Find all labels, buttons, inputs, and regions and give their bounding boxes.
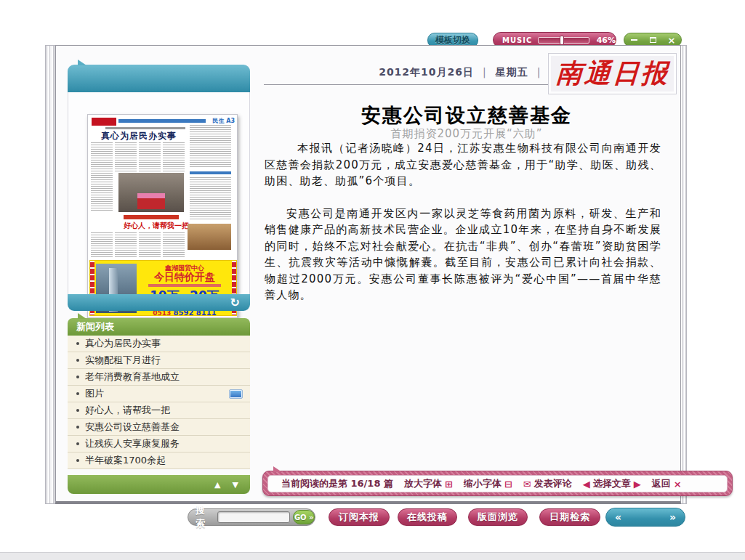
np-text-column — [139, 142, 161, 171]
up-arrow-icon: ▲ — [214, 480, 220, 490]
separator: | — [474, 66, 496, 78]
page-content: 民生 A3 真心为居民办实事 好心人，请帮我一把 — [55, 45, 681, 504]
np-lead-line — [105, 127, 185, 129]
music-slider-thumb[interactable] — [560, 36, 564, 45]
ad-headline: 今日特价开盘 — [138, 271, 231, 284]
image-icon — [229, 389, 243, 399]
list-item[interactable]: 好心人，请帮我一把 — [68, 402, 250, 419]
article-subtitle: 首期捐资200万元开展“六助” — [230, 127, 703, 141]
down-arrow-icon: ▼ — [233, 480, 238, 490]
comment-label: 发表评论 — [534, 477, 572, 490]
book-edge-left — [45, 45, 55, 504]
news-list-panel: 新闻列表 真心为居民办实事 实物配租下月进行 老年消费教育基地成立 图片 — [68, 318, 250, 494]
zoom-in-text-button[interactable]: 放大字体 ⊞ — [404, 477, 453, 490]
next-article-button[interactable]: ▶ — [634, 479, 641, 490]
back-button[interactable]: 返回 × — [652, 477, 682, 490]
music-percent: 46% — [597, 36, 616, 45]
comment-button[interactable]: ✉ 发表评论 — [523, 477, 572, 490]
bullet-icon — [76, 392, 79, 395]
nav-next-button[interactable]: » — [669, 512, 676, 522]
online-submit-button[interactable]: 在线投稿 — [398, 508, 457, 526]
back-close-icon: × — [674, 479, 682, 490]
scroll-up-button[interactable]: ▲ — [214, 481, 220, 489]
bullet-icon — [76, 459, 79, 462]
newspaper-thumbnail[interactable]: 民生 A3 真心为居民办实事 好心人，请帮我一把 — [87, 114, 238, 318]
refresh-button[interactable]: ↻ — [230, 295, 240, 310]
list-item[interactable]: 让残疾人安享康复服务 — [68, 436, 250, 453]
list-item[interactable]: 图片 — [68, 386, 250, 402]
minimize-icon — [631, 39, 637, 41]
music-label: MUSIC — [502, 36, 532, 44]
bottom-strip — [0, 552, 745, 560]
weekday-text: 星期五 — [496, 66, 528, 78]
mail-icon: ✉ — [523, 479, 531, 490]
np-column-heading — [190, 171, 231, 174]
masthead-logo-box: 南通日报 — [548, 53, 677, 94]
search-bar: 搜索 GO » — [188, 508, 315, 526]
list-item-label: 安惠公司设立慈善基金 — [85, 421, 180, 434]
list-item[interactable]: 实物配租下月进行 — [68, 352, 250, 369]
list-item-label: 让残疾人安享康复服务 — [85, 437, 180, 450]
preview-header-tail — [78, 60, 86, 65]
news-list-footer: ▲ ▼ — [68, 475, 250, 494]
reading-toolbar: 当前阅读的是第 16/18 篇 放大字体 ⊞ 缩小字体 ⊟ ✉ 发表评论 ◀ 选… — [262, 471, 733, 496]
article-body: 本报讯（记者汤晓峰）24日，江苏安惠生物科技有限公司向南通开发区慈善会捐款200… — [265, 140, 661, 304]
list-item-label: 图片 — [85, 387, 104, 400]
np-text-column — [190, 177, 231, 221]
np-masthead-bar — [118, 119, 206, 123]
back-label: 返回 — [652, 477, 671, 490]
search-input[interactable] — [217, 511, 290, 523]
article-paragraph: 本报讯（记者汤晓峰）24日，江苏安惠生物科技有限公司向南通开发区慈善会捐款200… — [265, 140, 661, 190]
prev-article-button[interactable]: ◀ — [583, 479, 590, 490]
date-text: 2012年10月26日 — [379, 66, 474, 78]
list-item[interactable]: 老年消费教育基地成立 — [68, 369, 250, 386]
go-button[interactable]: GO » — [293, 510, 315, 524]
scroll-down-button[interactable]: ▼ — [233, 481, 238, 489]
bullet-icon — [76, 426, 79, 429]
news-list-title: 新闻列表 — [76, 320, 114, 333]
list-item[interactable]: 半年破案1700余起 — [68, 453, 250, 469]
list-item-label: 真心为居民办实事 — [85, 337, 161, 350]
refresh-icon: ↻ — [230, 296, 240, 309]
news-list: 真心为居民办实事 实物配租下月进行 老年消费教育基地成立 图片 好 — [68, 336, 250, 469]
np-photo-small — [188, 224, 231, 250]
restore-icon — [650, 37, 656, 43]
news-list-header-tail — [78, 313, 86, 319]
zoom-out-text-button[interactable]: 缩小字体 ⊟ — [464, 477, 512, 490]
zoom-in-label: 放大字体 — [404, 477, 442, 490]
page-preview-panel: 民生 A3 真心为居民办实事 好心人，请帮我一把 — [68, 65, 250, 311]
np-text-column — [163, 232, 185, 257]
np-text-column — [163, 142, 185, 171]
select-article-label: 选择文章 — [593, 477, 631, 490]
article-paragraph: 安惠公司是南通开发区内一家以灵芝等食药用菌为原料，研发、生产和销售健康产品的高新… — [265, 206, 661, 304]
select-article-control: ◀ 选择文章 ▶ — [583, 477, 641, 490]
np-text-column — [190, 125, 231, 169]
date-search-button[interactable]: 日期检索 — [539, 508, 600, 526]
list-item[interactable]: 安惠公司设立慈善基金 — [68, 419, 250, 436]
reading-toolbar-inner: 当前阅读的是第 16/18 篇 放大字体 ⊞ 缩小字体 ⊟ ✉ 发表评论 ◀ 选… — [267, 475, 728, 492]
bullet-icon — [76, 359, 79, 362]
article-title: 安惠公司设立慈善基金 — [230, 102, 703, 129]
np-text-column — [91, 142, 113, 212]
np-text-column — [91, 232, 113, 257]
music-slider[interactable] — [538, 37, 589, 44]
list-item-label: 实物配租下月进行 — [85, 354, 161, 367]
zoom-out-icon: ⊟ — [504, 479, 512, 490]
subscribe-button[interactable]: 订阅本报 — [329, 508, 390, 526]
separator: | — [528, 66, 550, 78]
newspaper-logo: 南通日报 — [555, 56, 670, 92]
nav-prev-button[interactable]: « — [615, 512, 621, 522]
list-item[interactable]: 真心为居民办实事 — [68, 336, 250, 352]
news-list-header: 新闻列表 — [68, 318, 250, 336]
preview-header — [68, 65, 250, 92]
preview-body: 民生 A3 真心为居民办实事 好心人，请帮我一把 — [68, 92, 250, 294]
np-headline-main: 真心为居民办实事 — [91, 130, 187, 142]
list-item-label: 好心人，请帮我一把 — [85, 404, 170, 417]
bullet-icon — [76, 342, 79, 345]
np-text-column — [115, 232, 137, 257]
np-text-column — [115, 142, 137, 171]
np-donation-box — [137, 193, 165, 209]
np-headline-sub: 好心人，请帮我一把 — [124, 221, 189, 231]
zoom-in-icon: ⊞ — [445, 479, 453, 490]
page-browse-button[interactable]: 版面浏览 — [468, 508, 528, 526]
